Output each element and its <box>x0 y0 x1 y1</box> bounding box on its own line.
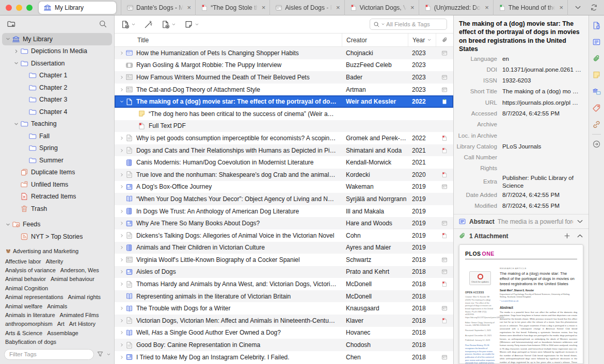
sidebar-item-depictions-in-media[interactable]: Depictions In Media <box>2 45 112 58</box>
sidebar-item-teaching[interactable]: Teaching <box>2 118 112 130</box>
quick-search-box[interactable] <box>370 19 447 30</box>
sidebar-item-chapter-3[interactable]: Chapter 3 <box>2 94 112 106</box>
abstract-section-header[interactable]: Abstract The media is a powerful forc… <box>454 214 589 228</box>
document-tab[interactable]: Aisles of Dogs - Prac× <box>269 0 344 15</box>
sidebar-item-my-library[interactable]: My Library <box>2 33 112 45</box>
table-row[interactable]: Ryan Gosling & Margot Robbie: The Puppy … <box>115 59 453 72</box>
sidebar-item-unfiled-items[interactable]: Unfiled Items <box>2 178 112 191</box>
item-title[interactable]: The making of a (dog) movie star: The ef… <box>454 15 589 56</box>
table-row[interactable]: The Cat-and-Dog Theory of Attachment Sty… <box>115 84 453 96</box>
document-tab[interactable]: Victorian Dogs, Victo× <box>344 0 419 15</box>
table-row[interactable]: A Dog's Box-Office JourneyWakeman2019 <box>115 181 453 193</box>
field-value[interactable]: en <box>502 56 585 62</box>
table-row[interactable]: Well, Has a Single Good Author Ever Owne… <box>115 327 453 339</box>
expander-closed-icon[interactable] <box>118 341 125 349</box>
new-note-button[interactable] <box>184 20 199 29</box>
expander-closed-icon[interactable] <box>118 134 125 142</box>
expander-closed-icon[interactable] <box>118 86 125 93</box>
expander-closed-icon[interactable] <box>118 353 125 361</box>
tag-item[interactable]: Animals in literature <box>5 311 55 320</box>
field-value[interactable]: PLoS Journals <box>502 142 585 150</box>
sidebar-item-nyt-top-stories[interactable]: NYT > Top Stories <box>2 230 112 243</box>
expander-closed-icon[interactable] <box>118 256 125 263</box>
field-label[interactable]: DOI <box>454 65 502 73</box>
field-value[interactable]: 8/7/2024, 6:42:55 PM <box>502 109 585 117</box>
expander-open-icon[interactable] <box>118 98 125 106</box>
table-row[interactable]: Full Text PDF <box>115 120 453 133</box>
close-icon[interactable]: × <box>558 4 565 11</box>
sidebar-item-retracted-items[interactable]: Retracted Items <box>2 191 112 203</box>
tag-item[interactable]: Animals <box>47 302 67 311</box>
expander-closed-icon[interactable] <box>118 244 125 252</box>
field-label[interactable]: Extra <box>454 177 502 185</box>
table-row[interactable]: How Famous Writers Mourned the Death of … <box>115 71 453 84</box>
table-row[interactable]: Dickens's Talking Dogs: Allegories of An… <box>115 229 453 242</box>
sidebar-item-dissertation[interactable]: Dissertation <box>2 57 112 70</box>
expander-closed-icon[interactable] <box>118 329 125 337</box>
sidebar-item-feeds[interactable]: Feeds <box>2 219 112 231</box>
table-row[interactable]: The Trouble with Dogs for a WriterKnausg… <box>115 302 453 315</box>
field-label[interactable]: Call Number <box>454 153 502 161</box>
attachments-icon[interactable] <box>592 54 601 63</box>
expander-open-icon[interactable] <box>12 120 20 128</box>
zoom-window-button[interactable] <box>26 5 33 11</box>
field-value[interactable]: 8/7/2024, 6:42:55 PM <box>502 191 585 198</box>
expander-closed-icon[interactable] <box>118 207 125 215</box>
sidebar-item-chapter-2[interactable]: Chapter 2 <box>2 81 112 94</box>
field-label[interactable]: Date Added <box>454 191 502 198</box>
tag-item[interactable]: Art <box>57 320 65 328</box>
column-header-creator[interactable]: Creator <box>342 34 408 46</box>
info-icon[interactable] <box>592 21 601 30</box>
tab-my-library[interactable]: My Library <box>39 2 116 14</box>
table-row[interactable]: Thomas Hardy and Animals by Anna West, a… <box>115 278 453 290</box>
field-label[interactable]: URL <box>454 98 502 106</box>
field-value[interactable]: The making of a (dog) mo … <box>502 87 585 95</box>
tag-item[interactable]: Affective labor <box>5 257 41 266</box>
field-value[interactable]: Publisher: Public Library of Science <box>502 174 585 189</box>
expander-closed-icon[interactable] <box>118 231 125 239</box>
column-header-title[interactable]: Title <box>115 37 342 44</box>
tag-item[interactable]: Art History <box>69 320 96 328</box>
table-row[interactable]: Aisles of DogsPrato and Kehrt2018 <box>115 266 453 278</box>
tag-item[interactable]: Arts & Science <box>5 329 42 338</box>
field-label[interactable]: Modified <box>454 202 502 209</box>
tag-item[interactable]: Animal representations <box>5 293 63 302</box>
expander-open-icon[interactable] <box>12 59 20 67</box>
attachments-section-header[interactable]: 1 Attachment <box>454 228 589 243</box>
table-row[interactable]: Virginia Woolf's Little-Known Biography … <box>115 254 453 266</box>
table-row[interactable]: Animals and Their Children in Victorian … <box>115 242 453 254</box>
tab-overflow-button[interactable] <box>567 0 586 15</box>
document-tab[interactable]: Dante's Dogs - Mang× <box>121 0 195 15</box>
quick-search-input[interactable] <box>386 21 443 27</box>
tag-item[interactable]: Babyfication of dogs <box>5 338 56 346</box>
sync-button[interactable] <box>586 4 604 11</box>
close-icon[interactable]: × <box>260 4 267 11</box>
expander-closed-icon[interactable] <box>12 47 20 55</box>
field-value[interactable]: 1932-6203 <box>502 76 585 84</box>
new-attachment-button[interactable] <box>161 20 176 29</box>
sidebar-item-chapter-1[interactable]: Chapter 1 <box>2 70 112 82</box>
sidebar-item-spring[interactable]: Spring <box>2 142 112 155</box>
field-value[interactable]: https://journals.plos.org/pl … <box>502 98 585 106</box>
table-row[interactable]: “The dog hero has been critical to the s… <box>115 108 453 120</box>
document-tab[interactable]: (Un)muzzled: Dogs i× <box>419 0 493 15</box>
column-header-attachment[interactable] <box>436 34 453 46</box>
table-row[interactable]: How the Humanization of Pets Is Changing… <box>115 47 453 59</box>
expander-closed-icon[interactable] <box>118 73 125 81</box>
tag-item[interactable]: Animal behavior <box>5 275 46 284</box>
field-value[interactable]: 10.1371/journal.pone.0261 … <box>502 65 585 73</box>
tag-item[interactable]: anthropomorphism <box>5 320 53 328</box>
tag-item[interactable]: Animated Films <box>60 311 99 320</box>
expander-closed-icon[interactable] <box>118 220 125 227</box>
table-row[interactable]: I Tried to Make My Dog an Instagram Cele… <box>115 351 453 363</box>
related-icon[interactable] <box>592 120 601 129</box>
expander-closed-icon[interactable] <box>118 171 125 178</box>
table-row[interactable]: Victorian Dogs, Victorian Men: Affect an… <box>115 315 453 327</box>
locate-icon[interactable] <box>592 140 601 148</box>
abstract-icon[interactable] <box>592 38 601 46</box>
expander-closed-icon[interactable] <box>118 183 125 191</box>
notes-icon[interactable] <box>592 71 601 79</box>
add-attachment-icon[interactable] <box>563 232 571 240</box>
expander-closed-icon[interactable] <box>118 268 125 276</box>
collection-search-button[interactable] <box>99 20 107 28</box>
